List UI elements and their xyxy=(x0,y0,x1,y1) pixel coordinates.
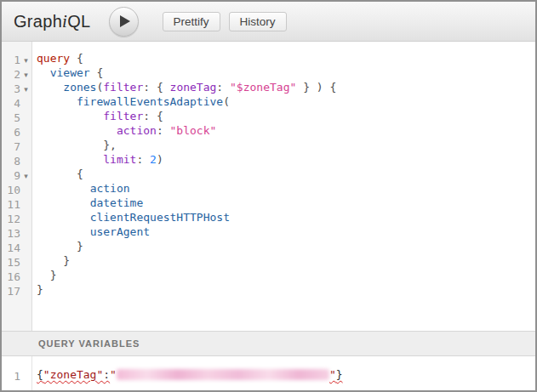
code-token: clientRequestHTTPHost xyxy=(90,211,230,224)
code-token xyxy=(163,81,170,94)
line-number: 12 xyxy=(2,213,20,225)
code-line[interactable]: firewallEventsAdaptive( xyxy=(37,95,535,110)
code-token: filter xyxy=(103,81,143,94)
line-number: 14 xyxy=(2,241,20,254)
code-line[interactable]: limit: 2) xyxy=(37,153,535,168)
code-line[interactable]: } xyxy=(37,254,535,269)
query-code-area[interactable]: query { viewer { zones(filter: { zoneTag… xyxy=(33,42,535,331)
code-line[interactable]: clientRequestHTTPHost xyxy=(37,211,535,225)
gutter-row: 15 xyxy=(2,254,31,269)
code-token xyxy=(37,254,63,267)
variables-line: {"zoneTag":""} xyxy=(37,368,535,383)
code-token: ) xyxy=(317,81,323,94)
code-token xyxy=(70,52,77,65)
gutter-row: 10 xyxy=(2,182,31,196)
code-line[interactable]: { xyxy=(37,168,535,182)
code-line[interactable]: action xyxy=(37,182,535,196)
code-token: { xyxy=(77,52,83,65)
code-token: : xyxy=(143,81,157,94)
line-number: 11 xyxy=(2,198,20,211)
code-token: action xyxy=(90,182,130,195)
code-token: { xyxy=(77,168,83,180)
code-line[interactable]: userAgent xyxy=(37,225,535,240)
line-number: 6 xyxy=(2,126,20,139)
code-token: } xyxy=(77,240,83,253)
code-token: action xyxy=(117,124,157,137)
graphiql-logo: GraphiQL xyxy=(14,11,91,32)
gutter-row: 5 xyxy=(2,110,31,124)
code-token: } xyxy=(63,254,70,267)
code-line[interactable]: } xyxy=(37,269,535,283)
variables-code-area[interactable]: {"zoneTag":""} xyxy=(33,356,535,383)
code-token xyxy=(37,81,63,94)
code-token: limit xyxy=(103,153,136,166)
line-number: 2 xyxy=(2,68,20,81)
code-token: query xyxy=(37,52,70,65)
gutter-row: 3▾ xyxy=(2,81,31,95)
code-token: " xyxy=(110,368,117,381)
code-token xyxy=(37,124,117,137)
gutter-row: 11 xyxy=(2,196,31,211)
gutter-row: 8 xyxy=(2,153,31,168)
code-line[interactable]: zones(filter: { zoneTag: "$zoneTag" } ) … xyxy=(37,81,535,95)
code-token xyxy=(37,182,90,195)
graphiql-window: GraphiQL Prettify History 1▾2▾3▾456789▾1… xyxy=(0,0,537,392)
variables-editor[interactable]: 1 {"zoneTag":""} xyxy=(2,356,535,390)
code-token: { xyxy=(329,81,336,94)
gutter-row: 12 xyxy=(2,211,31,225)
code-line[interactable]: action: "block" xyxy=(37,124,535,139)
line-number: 15 xyxy=(2,256,20,269)
code-token: : xyxy=(143,110,157,122)
query-variables-title: QUERY VARIABLES xyxy=(38,338,140,349)
line-number: 13 xyxy=(2,227,20,240)
gutter-row: 7 xyxy=(2,139,31,153)
code-token: : xyxy=(103,368,110,381)
code-token xyxy=(37,269,50,281)
logo-text: Graph xyxy=(14,12,62,31)
code-token xyxy=(310,81,317,94)
code-token xyxy=(37,110,103,122)
code-line[interactable]: query { xyxy=(37,52,535,66)
code-token: { xyxy=(37,368,43,381)
code-token xyxy=(37,153,103,166)
code-token: { xyxy=(157,110,163,122)
code-token: ( xyxy=(223,95,230,108)
logo-text-end: QL xyxy=(67,12,90,31)
history-button[interactable]: History xyxy=(229,12,287,31)
code-token: userAgent xyxy=(90,225,150,238)
gutter-row: 4 xyxy=(2,95,31,110)
code-line[interactable]: } xyxy=(37,283,535,298)
variables-line-number: 1 xyxy=(2,370,20,383)
redacted-zone-tag-value xyxy=(117,369,329,380)
code-token xyxy=(37,95,77,108)
code-line[interactable]: viewer { xyxy=(37,66,535,81)
gutter-row: 9▾ xyxy=(2,168,31,182)
code-line[interactable]: filter: { xyxy=(37,110,535,124)
code-token xyxy=(37,139,103,151)
code-line[interactable]: datetime xyxy=(37,196,535,211)
line-number: 10 xyxy=(2,184,20,196)
fold-arrow-icon[interactable]: ▾ xyxy=(20,169,31,184)
code-token: : xyxy=(216,81,230,94)
query-editor[interactable]: 1▾2▾3▾456789▾1011121314151617 query { vi… xyxy=(2,42,535,331)
line-number: 8 xyxy=(2,155,20,168)
code-token: " xyxy=(329,368,336,381)
code-token: : xyxy=(136,153,150,166)
line-number: 1 xyxy=(2,54,20,66)
code-token: zoneTag xyxy=(170,81,217,94)
code-line[interactable]: }, xyxy=(37,139,535,153)
line-number-gutter: 1▾2▾3▾456789▾1011121314151617 xyxy=(2,42,32,331)
code-line[interactable]: } xyxy=(37,240,535,254)
code-token: filter xyxy=(103,110,143,122)
code-token: "$zoneTag" xyxy=(230,81,296,94)
fold-arrow-icon[interactable]: ▾ xyxy=(20,82,31,97)
gutter-row: 1▾ xyxy=(2,52,31,66)
prettify-button[interactable]: Prettify xyxy=(163,12,220,31)
query-variables-titlebar[interactable]: QUERY VARIABLES xyxy=(2,331,535,356)
code-token: }, xyxy=(103,139,117,151)
code-token: { xyxy=(157,81,163,94)
code-token xyxy=(37,66,50,79)
line-number: 5 xyxy=(2,111,20,124)
code-token: firewallEventsAdaptive xyxy=(77,95,223,108)
execute-query-button[interactable] xyxy=(109,7,139,37)
